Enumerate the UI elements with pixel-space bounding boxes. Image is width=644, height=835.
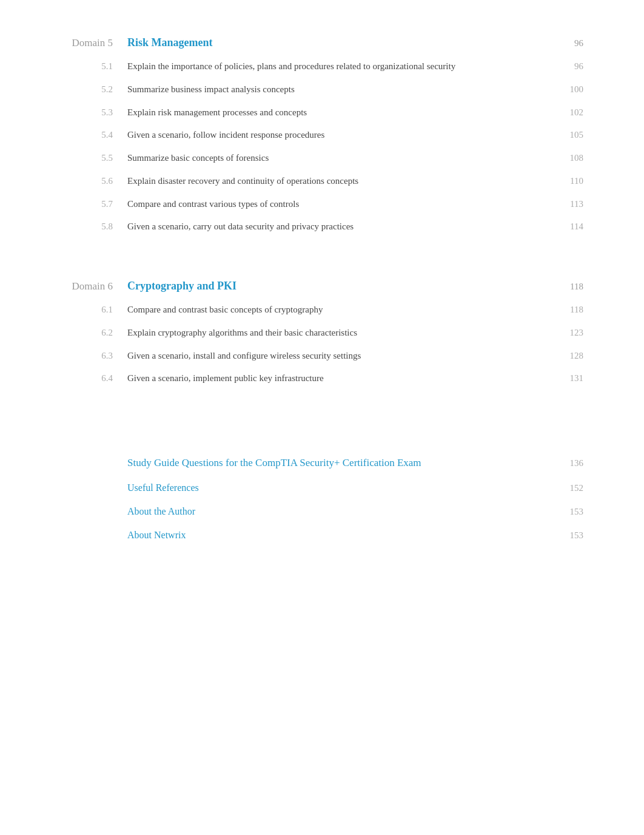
appendix-section: Study Guide Questions for the CompTIA Se… bbox=[61, 456, 583, 542]
entry-5-7: 5.7 Compare and contrast various types o… bbox=[61, 198, 583, 211]
entry-6-4-title[interactable]: Given a scenario, implement public key i… bbox=[127, 372, 553, 385]
appendix-title-3[interactable]: About the Author bbox=[127, 504, 553, 518]
entry-5-2: 5.2 Summarize business impact analysis c… bbox=[61, 83, 583, 96]
entry-6-3-number: 6.3 bbox=[61, 351, 127, 361]
entry-5-1-number: 5.1 bbox=[61, 61, 127, 72]
entry-5-8-page: 114 bbox=[553, 221, 583, 232]
entry-5-4: 5.4 Given a scenario, follow incident re… bbox=[61, 129, 583, 142]
domain5-section: Domain 5 Risk Management 96 5.1 Explain … bbox=[61, 36, 583, 234]
appendix-page-3: 153 bbox=[553, 507, 583, 517]
appendix-title-4[interactable]: About Netwrix bbox=[127, 528, 553, 542]
domain5-label: Domain 5 bbox=[61, 37, 127, 49]
entry-5-7-page: 113 bbox=[553, 199, 583, 209]
entry-5-7-number: 5.7 bbox=[61, 199, 127, 209]
entry-5-4-title[interactable]: Given a scenario, follow incident respon… bbox=[127, 129, 553, 142]
entry-6-4-page: 131 bbox=[553, 373, 583, 384]
entry-5-6-title[interactable]: Explain disaster recovery and continuity… bbox=[127, 175, 553, 188]
entry-5-8: 5.8 Given a scenario, carry out data sec… bbox=[61, 220, 583, 234]
entry-6-2-number: 6.2 bbox=[61, 328, 127, 338]
entry-6-1-page: 118 bbox=[553, 305, 583, 315]
entry-6-2-title[interactable]: Explain cryptography algorithms and thei… bbox=[127, 326, 553, 340]
domain6-section: Domain 6 Cryptography and PKI 118 6.1 Co… bbox=[61, 280, 583, 385]
appendix-row-4: About Netwrix 153 bbox=[61, 528, 583, 542]
domain5-title[interactable]: Risk Management bbox=[127, 36, 553, 49]
entry-6-4-number: 6.4 bbox=[61, 373, 127, 384]
entry-5-3: 5.3 Explain risk management processes an… bbox=[61, 106, 583, 120]
entry-5-1-title[interactable]: Explain the importance of policies, plan… bbox=[127, 60, 553, 73]
entry-5-4-number: 5.4 bbox=[61, 130, 127, 140]
entry-6-2-page: 123 bbox=[553, 328, 583, 338]
entry-6-1-title[interactable]: Compare and contrast basic concepts of c… bbox=[127, 303, 553, 317]
entry-5-1-page: 96 bbox=[553, 61, 583, 72]
entry-5-6-page: 110 bbox=[553, 176, 583, 186]
entry-6-3: 6.3 Given a scenario, install and config… bbox=[61, 350, 583, 363]
appendix-row-2: Useful References 152 bbox=[61, 481, 583, 495]
entry-5-5: 5.5 Summarize basic concepts of forensic… bbox=[61, 152, 583, 165]
entry-5-8-title[interactable]: Given a scenario, carry out data securit… bbox=[127, 220, 553, 234]
entry-5-5-number: 5.5 bbox=[61, 153, 127, 163]
entry-6-1: 6.1 Compare and contrast basic concepts … bbox=[61, 303, 583, 317]
entry-5-5-title[interactable]: Summarize basic concepts of forensics bbox=[127, 152, 553, 165]
entry-6-3-page: 128 bbox=[553, 351, 583, 361]
entry-5-5-page: 108 bbox=[553, 153, 583, 163]
appendix-title-1[interactable]: Study Guide Questions for the CompTIA Se… bbox=[127, 456, 553, 471]
entry-5-3-number: 5.3 bbox=[61, 107, 127, 118]
separator-2 bbox=[61, 410, 583, 431]
entry-6-2: 6.2 Explain cryptography algorithms and … bbox=[61, 326, 583, 340]
entry-6-4: 6.4 Given a scenario, implement public k… bbox=[61, 372, 583, 385]
appendix-page-2: 152 bbox=[553, 483, 583, 493]
entry-6-3-title[interactable]: Given a scenario, install and configure … bbox=[127, 350, 553, 363]
domain5-header-row: Domain 5 Risk Management 96 bbox=[61, 36, 583, 49]
separator-1 bbox=[61, 258, 583, 280]
entry-5-8-number: 5.8 bbox=[61, 221, 127, 232]
appendix-title-2[interactable]: Useful References bbox=[127, 481, 553, 495]
entry-5-6: 5.6 Explain disaster recovery and contin… bbox=[61, 175, 583, 188]
entry-5-6-number: 5.6 bbox=[61, 176, 127, 186]
entry-5-1: 5.1 Explain the importance of policies, … bbox=[61, 60, 583, 73]
domain5-page: 96 bbox=[553, 38, 583, 49]
domain6-title[interactable]: Cryptography and PKI bbox=[127, 280, 553, 292]
entry-5-7-title[interactable]: Compare and contrast various types of co… bbox=[127, 198, 553, 211]
appendix-row-3: About the Author 153 bbox=[61, 504, 583, 518]
appendix-row-1: Study Guide Questions for the CompTIA Se… bbox=[61, 456, 583, 471]
entry-5-2-number: 5.2 bbox=[61, 84, 127, 95]
domain6-header-row: Domain 6 Cryptography and PKI 118 bbox=[61, 280, 583, 292]
entry-5-4-page: 105 bbox=[553, 130, 583, 140]
entry-6-1-number: 6.1 bbox=[61, 305, 127, 315]
appendix-page-1: 136 bbox=[553, 458, 583, 468]
appendix-page-4: 153 bbox=[553, 530, 583, 541]
domain6-page: 118 bbox=[553, 282, 583, 292]
domain6-label: Domain 6 bbox=[61, 280, 127, 292]
entry-5-2-page: 100 bbox=[553, 84, 583, 95]
entry-5-3-page: 102 bbox=[553, 107, 583, 118]
entry-5-3-title[interactable]: Explain risk management processes and co… bbox=[127, 106, 553, 120]
entry-5-2-title[interactable]: Summarize business impact analysis conce… bbox=[127, 83, 553, 96]
